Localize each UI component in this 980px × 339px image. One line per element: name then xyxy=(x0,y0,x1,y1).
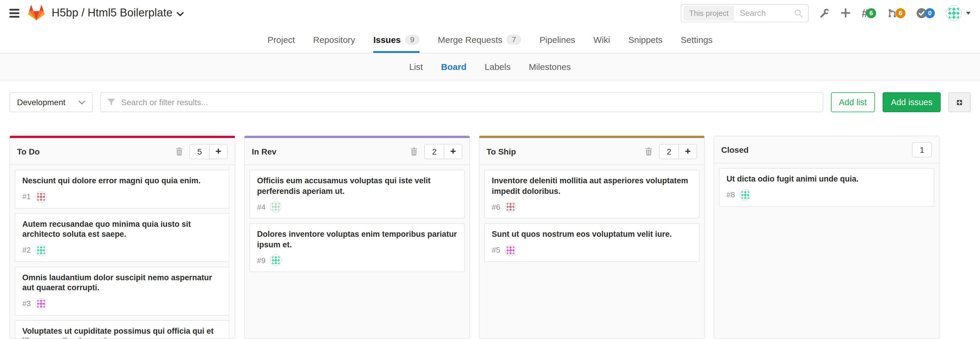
board-filter-input[interactable] xyxy=(120,97,816,107)
issue-meta: #1 xyxy=(22,191,223,202)
column-header: In Rev 2 + xyxy=(245,138,469,165)
new-menu-button[interactable] xyxy=(841,8,851,18)
assignee-avatar[interactable] xyxy=(270,201,282,213)
issue-title: Sunt ut quos nostrum eos voluptatum veli… xyxy=(492,229,692,240)
add-issue-to-list-button[interactable]: + xyxy=(209,144,227,158)
nav-tab-repository[interactable]: Repository xyxy=(313,26,355,53)
gitlab-board-page: H5bp / Html5 Boilerplate This project xyxy=(0,0,980,339)
assignee-avatar[interactable] xyxy=(740,189,751,201)
delete-list-button[interactable] xyxy=(176,147,183,156)
issue-card[interactable]: Dolores inventore voluptas enim temporib… xyxy=(250,223,465,272)
plus-icon xyxy=(841,8,851,18)
board-column: To Ship 2 + Inventore deleniti mollitia … xyxy=(479,136,705,339)
todos-shortcut-button[interactable]: 0 xyxy=(916,8,935,18)
issue-card[interactable]: Omnis laudantium dolor suscipit nemo asp… xyxy=(15,267,230,315)
issue-card[interactable]: Voluptates ut cupiditate possimus qui of… xyxy=(15,320,230,338)
issue-card[interactable]: Ut dicta odio fugit animi unde quia. #8 xyxy=(719,168,934,206)
issue-card[interactable]: Officiis eum accusamus voluptas qui iste… xyxy=(250,170,465,219)
subnav-tab-milestones[interactable]: Milestones xyxy=(529,62,571,72)
admin-area-button[interactable] xyxy=(820,8,830,18)
issues-nav-badge: 9 xyxy=(405,34,420,44)
board-selector-dropdown[interactable]: Development xyxy=(10,92,92,112)
subnav-tab-labels[interactable]: Labels xyxy=(485,62,511,72)
project-title: H5bp / Html5 Boilerplate xyxy=(52,6,172,19)
issue-number: #2 xyxy=(22,246,31,254)
assignee-avatar[interactable] xyxy=(505,244,517,256)
wrench-icon xyxy=(820,8,830,18)
nav-tab-project[interactable]: Project xyxy=(267,26,295,53)
subnav-tab-board[interactable]: Board xyxy=(441,62,466,72)
nav-tab-label: Snippets xyxy=(628,34,662,44)
expand-arrows-icon xyxy=(956,98,963,107)
nav-tab-settings[interactable]: Settings xyxy=(681,26,713,53)
global-search[interactable]: This project xyxy=(681,4,809,22)
nav-tab-snippets[interactable]: Snippets xyxy=(628,26,662,53)
subnav-tab-list[interactable]: List xyxy=(409,62,423,72)
column-issue-count: 5 xyxy=(191,144,209,158)
nav-tab-wiki[interactable]: Wiki xyxy=(593,26,610,53)
column-count-group: 2 + xyxy=(425,144,463,159)
nav-tab-label: Settings xyxy=(681,34,713,44)
board-selector-value: Development xyxy=(17,98,65,107)
trash-icon xyxy=(176,147,183,156)
fullscreen-button[interactable] xyxy=(948,92,970,112)
nav-tab-merge-requests[interactable]: Merge Requests 7 xyxy=(438,26,522,53)
issue-number: #8 xyxy=(727,190,735,199)
assignee-avatar[interactable] xyxy=(505,201,517,213)
issue-card[interactable]: Sunt ut quos nostrum eos voluptatum veli… xyxy=(484,223,700,262)
board-filter-field xyxy=(100,92,823,112)
column-issue-count: 1 xyxy=(913,142,931,157)
menu-toggle-button[interactable] xyxy=(10,8,19,18)
chevron-down-icon xyxy=(78,100,85,104)
hamburger-icon xyxy=(10,12,19,14)
delete-list-button[interactable] xyxy=(645,147,653,156)
nav-tab-label: Merge Requests xyxy=(438,34,502,44)
delete-list-button[interactable] xyxy=(410,147,418,156)
navbar-right: This project xyxy=(681,4,970,22)
add-issue-to-list-button[interactable]: + xyxy=(444,144,462,158)
issue-title: Omnis laudantium dolor suscipit nemo asp… xyxy=(22,272,223,293)
assignee-avatar[interactable] xyxy=(270,254,282,266)
issues-count-badge: 6 xyxy=(866,8,876,18)
nav-tab-label: Wiki xyxy=(593,34,610,44)
global-search-input[interactable] xyxy=(738,8,794,18)
issue-card[interactable]: Nesciunt qui dolore error magni quo quia… xyxy=(15,170,230,208)
column-scrollbar[interactable] xyxy=(229,166,234,338)
project-nav: Project Repository Issues 9 Merge Reques… xyxy=(0,26,980,53)
column-title: To Ship xyxy=(487,147,516,156)
merge-requests-shortcut-button[interactable]: 6 xyxy=(887,8,905,18)
issues-shortcut-button[interactable]: # 6 xyxy=(862,7,876,19)
hamburger-icon xyxy=(10,8,19,10)
column-card-list[interactable]: Inventore deleniti mollitia aut asperior… xyxy=(479,165,704,338)
add-list-button[interactable]: Add list xyxy=(830,92,875,112)
nav-tab-pipelines[interactable]: Pipelines xyxy=(539,26,575,53)
search-icon xyxy=(794,8,803,18)
issue-meta: #4 xyxy=(257,201,457,213)
merge-requests-count-badge: 6 xyxy=(896,8,905,18)
board-column: To Do 5 + Nesciunt qui dolore error magn… xyxy=(10,136,235,339)
assignee-avatar[interactable] xyxy=(35,297,47,309)
column-card-list[interactable]: Nesciunt qui dolore error magni quo quia… xyxy=(10,165,235,338)
issue-title: Inventore deleniti mollitia aut asperior… xyxy=(492,176,692,196)
column-title: Closed xyxy=(721,145,748,154)
issue-card[interactable]: Inventore deleniti mollitia aut asperior… xyxy=(484,170,700,219)
column-card-list[interactable]: Officiis eum accusamus voluptas qui iste… xyxy=(245,165,469,338)
project-switcher[interactable]: H5bp / Html5 Boilerplate xyxy=(52,6,184,19)
issue-title: Voluptates ut cupiditate possimus qui of… xyxy=(22,326,223,338)
column-count-group: 1 + xyxy=(912,142,932,157)
assignee-avatar[interactable] xyxy=(35,191,47,202)
chevron-down-icon xyxy=(177,11,184,16)
add-issues-button[interactable]: Add issues xyxy=(883,92,941,112)
issue-title: Dolores inventore voluptas enim temporib… xyxy=(257,229,457,250)
issue-card[interactable]: Autem recusandae quo minima quia iusto s… xyxy=(15,213,230,262)
issue-title: Officiis eum accusamus voluptas qui iste… xyxy=(257,176,457,196)
issue-meta: #3 xyxy=(22,297,223,309)
column-card-list[interactable]: Ut dicta odio fugit animi unde quia. #8 xyxy=(714,163,939,338)
user-menu[interactable] xyxy=(946,5,970,21)
column-actions: 2 + xyxy=(645,144,697,159)
nav-tab-issues[interactable]: Issues 9 xyxy=(373,26,420,53)
add-issue-to-list-button[interactable]: + xyxy=(678,144,697,158)
filter-funnel-icon xyxy=(107,99,115,106)
assignee-avatar[interactable] xyxy=(35,244,47,256)
gitlab-logo-icon[interactable] xyxy=(28,5,45,21)
